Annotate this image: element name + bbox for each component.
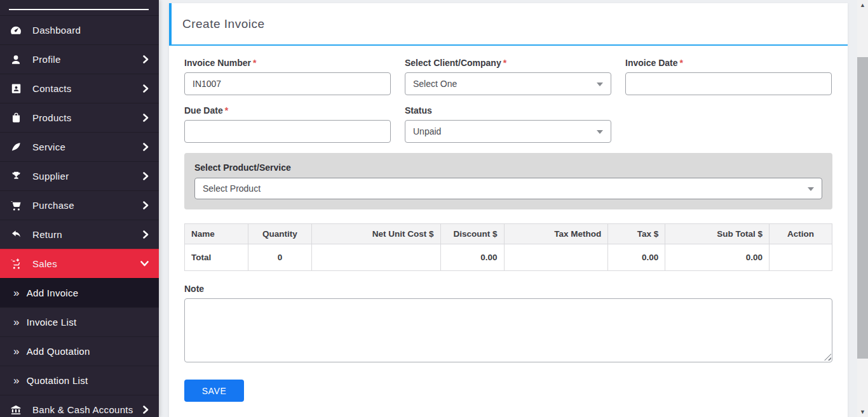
client-label: Select Client/Company* [405, 58, 611, 68]
client-select[interactable]: Select One [405, 72, 611, 95]
chevron-right-icon [143, 201, 149, 209]
invoice-date-input[interactable] [625, 72, 832, 95]
vertical-scrollbar[interactable]: ▲ ▼ [857, 0, 868, 417]
invoice-date-group: Invoice Date* [625, 58, 832, 95]
sidebar-item-label: Service [32, 142, 143, 152]
sales-icon [9, 257, 23, 271]
dropdown-caret-icon [597, 130, 603, 134]
sidebar-item-label: Dashboard [32, 25, 149, 36]
total-sub-total-cell: 0.00 [665, 244, 770, 271]
scroll-down-arrow-icon[interactable]: ▼ [857, 407, 868, 417]
card-body: Invoice Number* Select Client/Company* S… [169, 46, 848, 417]
contacts-icon [9, 82, 23, 96]
chevron-right-icon [143, 172, 149, 180]
label-text: Invoice Date [625, 58, 677, 68]
sidebar-item-label: Sales [32, 258, 140, 269]
chevron-right-icon [143, 406, 149, 414]
total-label-cell: Total [185, 244, 248, 271]
note-section: Note [184, 284, 832, 362]
save-button[interactable]: SAVE [184, 380, 244, 402]
dropdown-caret-icon [597, 83, 603, 86]
dropdown-caret-icon [808, 187, 814, 191]
invoice-number-label: Invoice Number* [184, 58, 391, 68]
sidebar-item-service[interactable]: Service [0, 132, 159, 161]
label-text: Invoice Number [184, 58, 251, 68]
sidebar-item-dashboard[interactable]: Dashboard [0, 15, 159, 44]
total-quantity-cell: 0 [248, 244, 311, 271]
sidebar: Dashboard Profile Contacts Products Serv… [0, 0, 159, 417]
required-asterisk: * [679, 58, 682, 68]
profile-icon [9, 53, 23, 67]
sidebar-item-bank-cash-accounts[interactable]: Bank & Cash Accounts [0, 395, 159, 417]
sidebar-item-label: Supplier [32, 171, 143, 182]
sidebar-item-label: Products [32, 112, 143, 123]
required-asterisk: * [253, 58, 256, 68]
invoice-number-input[interactable] [184, 72, 391, 95]
column-header-action: Action [770, 224, 832, 244]
scroll-up-arrow-icon[interactable]: ▲ [857, 0, 868, 10]
status-label: Status [405, 105, 611, 116]
purchase-icon [9, 199, 23, 213]
sidebar-item-contacts[interactable]: Contacts [0, 74, 159, 103]
chevron-right-icon [143, 84, 149, 93]
double-angle-icon: » [13, 375, 20, 386]
note-label: Note [184, 284, 832, 294]
sidebar-subitem-quotation-list[interactable]: » Quotation List [0, 366, 159, 395]
sidebar-item-label: Profile [32, 54, 143, 65]
table-total-row: Total 0 0.00 0.00 0.00 [185, 244, 832, 271]
label-text: Due Date [184, 105, 223, 116]
column-header-net-unit-cost: Net Unit Cost $ [311, 224, 440, 244]
status-group: Status Unpaid [405, 105, 611, 143]
sidebar-subitem-add-quotation[interactable]: » Add Quotation [0, 336, 159, 366]
status-select[interactable]: Unpaid [405, 120, 611, 143]
column-header-tax-method: Tax Method [504, 224, 608, 244]
column-header-discount: Discount $ [440, 224, 504, 244]
product-select-value: Select Product [203, 183, 261, 194]
sidebar-subitem-add-invoice[interactable]: » Add Invoice [0, 278, 159, 307]
column-header-sub-total: Sub Total $ [665, 224, 770, 244]
column-header-quantity: Quantity [248, 224, 311, 244]
scrollbar-thumb[interactable] [857, 57, 868, 359]
table-header-row: Name Quantity Net Unit Cost $ Discount $… [185, 224, 832, 244]
dashboard-icon [9, 23, 23, 37]
sidebar-subitem-invoice-list[interactable]: » Invoice List [0, 307, 159, 336]
sidebar-item-label: Contacts [32, 83, 143, 94]
column-header-name: Name [185, 224, 248, 244]
sidebar-item-sales[interactable]: Sales [0, 249, 159, 278]
double-angle-icon: » [13, 288, 20, 298]
note-textarea[interactable] [184, 298, 832, 362]
service-icon [9, 140, 23, 154]
sidebar-item-supplier[interactable]: Supplier [0, 161, 159, 190]
form-row-1: Invoice Number* Select Client/Company* S… [184, 58, 832, 95]
sidebar-divider [9, 9, 149, 10]
double-angle-icon: » [13, 317, 20, 328]
sidebar-item-return[interactable]: Return [0, 220, 159, 249]
sidebar-item-products[interactable]: Products [0, 103, 159, 132]
form-row-2: Due Date* Status Unpaid [184, 105, 832, 143]
products-icon [9, 111, 23, 125]
product-service-label: Select Product/Service [194, 162, 822, 173]
card-header: Create Invoice [169, 3, 848, 46]
invoice-date-label: Invoice Date* [625, 58, 832, 68]
sidebar-subitem-label: Invoice List [27, 317, 77, 328]
due-date-input[interactable] [184, 120, 391, 143]
sidebar-item-label: Return [32, 229, 143, 240]
sidebar-subitem-label: Add Quotation [27, 346, 90, 357]
chevron-right-icon [143, 143, 149, 151]
create-invoice-card: Create Invoice Invoice Number* Select Cl… [169, 3, 848, 417]
total-discount-cell: 0.00 [440, 244, 504, 271]
product-select[interactable]: Select Product [194, 178, 822, 199]
chevron-down-icon [140, 261, 149, 267]
chevron-right-icon [143, 114, 149, 122]
due-date-group: Due Date* [184, 105, 391, 143]
total-tax-method-cell [504, 244, 608, 271]
sidebar-subitem-label: Add Invoice [27, 288, 79, 298]
sidebar-item-profile[interactable]: Profile [0, 44, 159, 74]
total-action-cell [770, 244, 832, 271]
sidebar-subitem-label: Quotation List [27, 375, 88, 386]
sidebar-item-purchase[interactable]: Purchase [0, 190, 159, 220]
due-date-label: Due Date* [184, 105, 391, 116]
sidebar-item-label: Purchase [32, 200, 143, 211]
sidebar-top [0, 0, 159, 15]
status-select-value: Unpaid [413, 126, 441, 136]
